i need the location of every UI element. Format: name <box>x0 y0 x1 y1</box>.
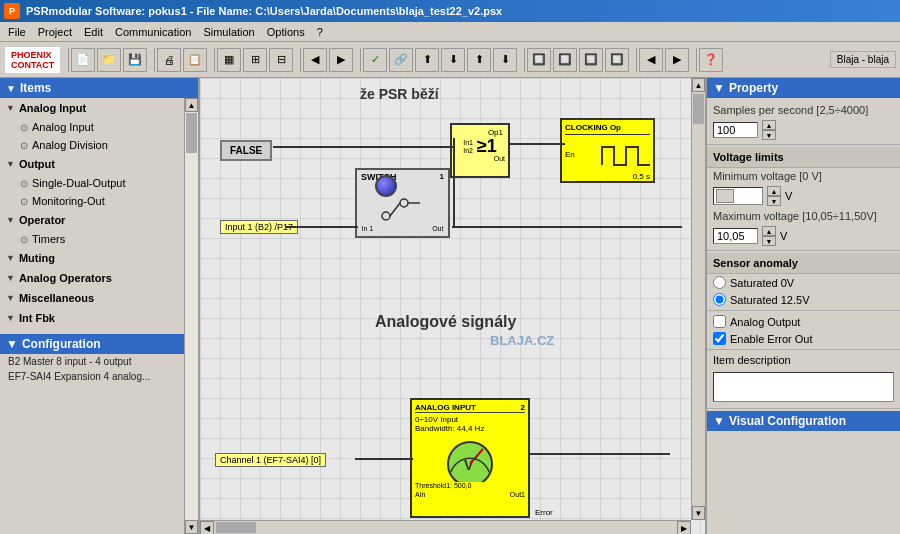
ch-scroll-right[interactable]: ▶ <box>677 521 691 534</box>
tb-up-btn[interactable]: ⬆ <box>415 48 439 72</box>
false-block[interactable]: FALSE <box>220 140 272 161</box>
samples-spin-up[interactable]: ▲ <box>762 120 776 130</box>
cv-thumb[interactable] <box>693 94 704 124</box>
tb-prev-btn[interactable]: ◀ <box>639 48 663 72</box>
tb-grid3-btn[interactable]: ⊟ <box>269 48 293 72</box>
label-analog: Analogové signály <box>375 313 516 331</box>
menu-communication[interactable]: Communication <box>109 24 197 40</box>
tb-next-btn[interactable]: ▶ <box>665 48 689 72</box>
tb-open-btn[interactable]: 📁 <box>97 48 121 72</box>
menu-edit[interactable]: Edit <box>78 24 109 40</box>
tb-box1-btn[interactable]: 🔲 <box>527 48 551 72</box>
switch-block[interactable]: 1 SWITCH In 1Out <box>355 168 450 238</box>
canvas-scrollbar-v[interactable]: ▲ ▼ <box>691 78 705 520</box>
tb-box3-btn[interactable]: 🔲 <box>579 48 603 72</box>
sat12-radio[interactable] <box>713 293 726 306</box>
item-desc-input[interactable] <box>713 372 894 402</box>
analog-input-block[interactable]: ANALOG INPUT 2 0÷10V Input Bandwidth: 44… <box>410 398 530 518</box>
tb-new-btn[interactable]: 📄 <box>71 48 95 72</box>
tb-down-btn[interactable]: ⬇ <box>441 48 465 72</box>
cv-scroll-down[interactable]: ▼ <box>692 506 705 520</box>
tb-print2-btn[interactable]: 📋 <box>183 48 207 72</box>
min-voltage-input-row: ▲ ▼ V <box>707 184 900 208</box>
config-item-1[interactable]: EF7-SAI4 Expansion 4 analog... <box>0 369 184 384</box>
menu-project[interactable]: Project <box>32 24 78 40</box>
menu-simulation[interactable]: Simulation <box>197 24 260 40</box>
app-title: PSRmodular Software: pokus1 - File Name:… <box>26 5 502 17</box>
scroll-thumb[interactable] <box>186 113 197 153</box>
property-title: Property <box>729 81 778 95</box>
canvas-inner: že PSR běží FALSE Op1 In1 In2 ≥1 Out <box>200 78 705 534</box>
min-voltage-thumb[interactable] <box>716 189 734 203</box>
section-muting[interactable]: ▼ Muting <box>0 248 184 268</box>
channel-label[interactable]: Channel 1 (EF7-SAI4) [0] <box>215 453 326 467</box>
ch-thumb[interactable] <box>216 522 256 533</box>
left-inner: ▼ Analog Input ⊙ Analog Input ⊙ Analog D… <box>0 98 198 534</box>
items-arrow[interactable]: ▼ <box>6 83 16 94</box>
samples-label: Samples per second [2,5÷4000] <box>713 104 868 116</box>
canvas[interactable]: že PSR běží FALSE Op1 In1 In2 ≥1 Out <box>200 78 705 534</box>
clocking-title: CLOCKING Op <box>565 123 650 135</box>
visual-arrow[interactable]: ▼ <box>713 414 725 428</box>
samples-spin-down[interactable]: ▼ <box>762 130 776 140</box>
item-timers[interactable]: ⊙ Timers <box>0 230 184 248</box>
config-arrow[interactable]: ▼ <box>6 337 18 351</box>
enable-error-checkbox[interactable] <box>713 332 726 345</box>
config-item-0[interactable]: B2 Master 8 input - 4 output <box>0 354 184 369</box>
left-scrollbar[interactable]: ▲ ▼ <box>184 98 198 534</box>
or-symbol: ≥1 <box>477 137 497 155</box>
miscellaneous-label: Miscellaneous <box>19 292 94 304</box>
tb-check-btn[interactable]: ✓ <box>363 48 387 72</box>
watermark: BLAJA.CZ <box>490 333 554 348</box>
ch-scroll-left[interactable]: ◀ <box>200 521 214 534</box>
tb-print-btn[interactable]: 🖨 <box>157 48 181 72</box>
max-voltage-input[interactable] <box>713 228 758 244</box>
max-v-spin-up[interactable]: ▲ <box>762 226 776 236</box>
item-monitoring-out[interactable]: ⊙ Monitoring-Out <box>0 192 184 210</box>
tb-upload-btn[interactable]: ⬆ <box>467 48 491 72</box>
sat0-radio[interactable] <box>713 276 726 289</box>
tb-grid2-btn[interactable]: ⊞ <box>243 48 267 72</box>
tb-back-btn[interactable]: ◀ <box>303 48 327 72</box>
section-output[interactable]: ▼ Output <box>0 154 184 174</box>
section-operator[interactable]: ▼ Operator <box>0 210 184 230</box>
samples-input[interactable] <box>713 122 758 138</box>
canvas-scrollbar-h[interactable]: ◀ ▶ <box>200 520 691 534</box>
tb-download-btn[interactable]: ⬇ <box>493 48 517 72</box>
clocking-block[interactable]: CLOCKING Op En 0,5 s <box>560 118 655 183</box>
max-v-spin-down[interactable]: ▼ <box>762 236 776 246</box>
config-header: ▼ Configuration <box>0 334 184 354</box>
analog-block-num: 2 <box>521 403 525 412</box>
section-analog-operators[interactable]: ▼ Analog Operators <box>0 268 184 288</box>
min-v-spin-down[interactable]: ▼ <box>767 196 781 206</box>
tb-box4-btn[interactable]: 🔲 <box>605 48 629 72</box>
left-panel: ▼ Items ▼ Analog Input ⊙ Analog Input ⊙ … <box>0 78 200 534</box>
property-arrow[interactable]: ▼ <box>713 81 725 95</box>
cv-scroll-up[interactable]: ▲ <box>692 78 705 92</box>
item-analog-input[interactable]: ⊙ Analog Input <box>0 118 184 136</box>
scroll-up-btn[interactable]: ▲ <box>185 98 198 112</box>
tb-fwd-btn[interactable]: ▶ <box>329 48 353 72</box>
tb-grid-btn[interactable]: ▦ <box>217 48 241 72</box>
tb-box2-btn[interactable]: 🔲 <box>553 48 577 72</box>
analog-input-label: Analog Input <box>19 102 86 114</box>
wire-switch-out <box>452 226 682 228</box>
scroll-down-btn[interactable]: ▼ <box>185 520 198 534</box>
sat0-label: Saturated 0V <box>730 277 794 289</box>
section-int-fbk[interactable]: ▼ Int Fbk <box>0 308 184 328</box>
item-single-dual[interactable]: ⊙ Single-Dual-Output <box>0 174 184 192</box>
section-analog-input[interactable]: ▼ Analog Input <box>0 98 184 118</box>
item-analog-division[interactable]: ⊙ Analog Division <box>0 136 184 154</box>
cv-track <box>692 92 705 506</box>
menu-options[interactable]: Options <box>261 24 311 40</box>
tb-save-btn[interactable]: 💾 <box>123 48 147 72</box>
menu-file[interactable]: File <box>2 24 32 40</box>
operator-arrow: ▼ <box>6 215 15 225</box>
min-v-spin-up[interactable]: ▲ <box>767 186 781 196</box>
menu-help[interactable]: ? <box>311 24 329 40</box>
tb-link-btn[interactable]: 🔗 <box>389 48 413 72</box>
tb-help-btn[interactable]: ❓ <box>699 48 723 72</box>
or-block[interactable]: Op1 In1 In2 ≥1 Out <box>450 123 510 178</box>
section-miscellaneous[interactable]: ▼ Miscellaneous <box>0 288 184 308</box>
analog-output-checkbox[interactable] <box>713 315 726 328</box>
